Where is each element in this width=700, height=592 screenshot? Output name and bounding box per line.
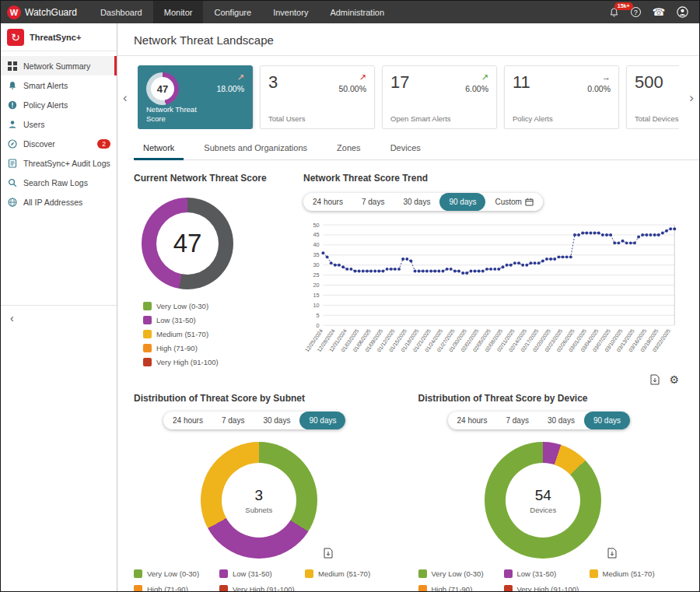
legend-swatch <box>143 330 152 338</box>
device-range-selector: 24 hours7 days30 days90 days <box>448 412 630 429</box>
subnet-range-7-days[interactable]: 7 days <box>212 412 254 429</box>
stat-label: Network Threat Score <box>146 105 210 123</box>
stat-delta: ↗50.00% <box>338 73 366 93</box>
trend-range-90-days[interactable]: 90 days <box>439 193 485 211</box>
notifications-bell-icon[interactable]: 15k+ <box>609 7 619 18</box>
device-count-label: Devices <box>530 506 556 514</box>
section-title: Distribution of Threat Score by Subnet <box>134 393 400 404</box>
help-question-mark: ? <box>631 7 641 17</box>
sidebar-item-smart-alerts[interactable]: Smart Alerts <box>1 75 117 95</box>
sidebar-item-search-raw-logs[interactable]: Search Raw Logs <box>1 173 117 192</box>
sidebar-item-policy-alerts[interactable]: Policy Alerts <box>1 95 117 114</box>
export-icon[interactable] <box>607 548 617 559</box>
device-count: 54 <box>535 487 551 504</box>
range-label: 24 hours <box>313 198 343 206</box>
sidebar-item-label: Users <box>23 120 44 129</box>
subnet-range-24-hours[interactable]: 24 hours <box>163 412 212 429</box>
section-title: Distribution of Threat Score by Device <box>418 393 684 404</box>
trend-range-24-hours[interactable]: 24 hours <box>303 193 352 211</box>
sidebar-item-all-ip-addresses[interactable]: All IP Addresses <box>1 192 117 212</box>
watchguard-logo-icon: W <box>7 5 21 19</box>
svg-text:10: 10 <box>313 302 319 309</box>
export-icon[interactable] <box>650 374 660 385</box>
trend-up-icon: ↗ <box>338 73 366 81</box>
stat-card-total-users[interactable]: 3Total Users↗50.00% <box>260 65 375 129</box>
sidebar-item-discover[interactable]: Discover2 <box>1 134 117 153</box>
legend-label: Medium (51-70) <box>603 569 655 578</box>
sidebar-item-threatsync-audit-logs[interactable]: ThreatSync+ Audit Logs <box>1 153 117 173</box>
tab-network[interactable]: Network <box>134 137 184 160</box>
range-label: 30 days <box>548 416 575 425</box>
calendar-icon <box>525 198 534 206</box>
nav-item-configure[interactable]: Configure <box>203 1 262 23</box>
tab-subnets-and-organizations[interactable]: Subnets and Organizations <box>194 137 317 160</box>
legend-swatch <box>504 585 513 591</box>
legend-swatch <box>134 569 142 578</box>
carousel-right-arrow-icon[interactable]: › <box>689 90 694 106</box>
trend-range-7-days[interactable]: 7 days <box>352 193 394 211</box>
subnet-range-90-days[interactable]: 90 days <box>299 412 345 429</box>
legend-item-very-high-91-100: Very High (91-100) <box>504 585 590 591</box>
device-range-30-days[interactable]: 30 days <box>538 412 584 429</box>
sidebar-collapse-chevron-icon[interactable]: ‹ <box>1 305 117 331</box>
range-label: 30 days <box>403 198 430 206</box>
help-icon[interactable]: ? <box>631 7 641 17</box>
search-icon <box>7 178 18 187</box>
brand-name: WatchGuard <box>25 7 77 18</box>
sidebar-item-badge: 2 <box>97 139 110 149</box>
product-name: ThreatSync+ <box>30 33 81 42</box>
legend-label: Medium (51-70) <box>318 569 370 578</box>
trend-range-30-days[interactable]: 30 days <box>394 193 439 211</box>
device-range-7-days[interactable]: 7 days <box>496 412 537 429</box>
topbar: W WatchGuard DashboardMonitorConfigureIn… <box>1 1 699 23</box>
tab-zones[interactable]: Zones <box>327 137 370 160</box>
stat-card-policy-alerts[interactable]: 11Policy Alerts→0.00% <box>504 65 619 129</box>
legend-label: Low (31-50) <box>233 569 272 578</box>
export-icon[interactable] <box>324 548 333 559</box>
user-icon <box>7 120 18 129</box>
nav-item-inventory[interactable]: Inventory <box>262 1 319 23</box>
range-label: 7 days <box>506 416 528 425</box>
nav-item-administration[interactable]: Administration <box>319 1 395 23</box>
svg-text:25: 25 <box>313 271 319 278</box>
trend-up-icon: ↗ <box>465 73 488 81</box>
threat-score-trend-section: Network Threat Score Trend 24 hours7 day… <box>299 173 684 385</box>
trend-range-custom[interactable]: Custom <box>485 193 542 211</box>
device-range-90-days[interactable]: 90 days <box>584 412 630 429</box>
nav-item-monitor[interactable]: Monitor <box>153 1 204 23</box>
device-distribution-section: Distribution of Threat Score by Device 2… <box>418 393 684 591</box>
phone-support-icon[interactable]: ☎ <box>653 7 665 17</box>
legend-item-very-high-91-100: Very High (91-100) <box>219 585 305 591</box>
legend-item-medium-51-70: Medium (51-70) <box>143 330 299 338</box>
sidebar-item-network-summary[interactable]: Network Summary <box>1 56 117 75</box>
carousel-left-arrow-icon[interactable]: ‹ <box>123 90 128 106</box>
sidebar-item-label: ThreatSync+ Audit Logs <box>23 159 110 168</box>
legend-swatch <box>504 569 513 578</box>
stat-card-open-smart-alerts[interactable]: 17Open Smart Alerts↗6.00% <box>382 65 497 129</box>
device-range-24-hours[interactable]: 24 hours <box>448 412 497 429</box>
range-label: 90 days <box>593 416 621 425</box>
section-title: Current Network Threat Score <box>134 173 299 184</box>
legend-label: Very High (91-100) <box>517 585 579 591</box>
range-label: 30 days <box>263 416 290 425</box>
section-title: Network Threat Score Trend <box>303 173 684 184</box>
gear-icon[interactable]: ⚙ <box>669 374 679 385</box>
nav-item-dashboard[interactable]: Dashboard <box>89 1 153 23</box>
watchguard-brand[interactable]: W WatchGuard <box>1 1 89 23</box>
product-header[interactable]: ↻ ThreatSync+ <box>1 23 117 51</box>
stat-card-network-threat-score[interactable]: 47Network Threat Score↗18.00% <box>138 65 253 129</box>
legend-swatch <box>219 585 228 591</box>
legend-swatch <box>418 569 427 578</box>
current-threat-score-section: Current Network Threat Score 47 Very Low… <box>134 173 299 385</box>
account-icon[interactable] <box>677 6 688 18</box>
sidebar-item-label: Network Summary <box>23 61 90 71</box>
severity-legend: Very Low (0-30)Low (31-50)Medium (51-70)… <box>143 302 299 366</box>
audit-icon <box>7 159 18 168</box>
sidebar-item-users[interactable]: Users <box>1 114 117 134</box>
tab-devices[interactable]: Devices <box>381 137 430 160</box>
mini-gauge-value: 47 <box>151 77 174 100</box>
svg-text:35: 35 <box>313 251 319 258</box>
range-label: 90 days <box>449 198 476 206</box>
stat-card-total-devices[interactable]: 500Total Devices <box>626 65 679 129</box>
subnet-range-30-days[interactable]: 30 days <box>254 412 299 429</box>
